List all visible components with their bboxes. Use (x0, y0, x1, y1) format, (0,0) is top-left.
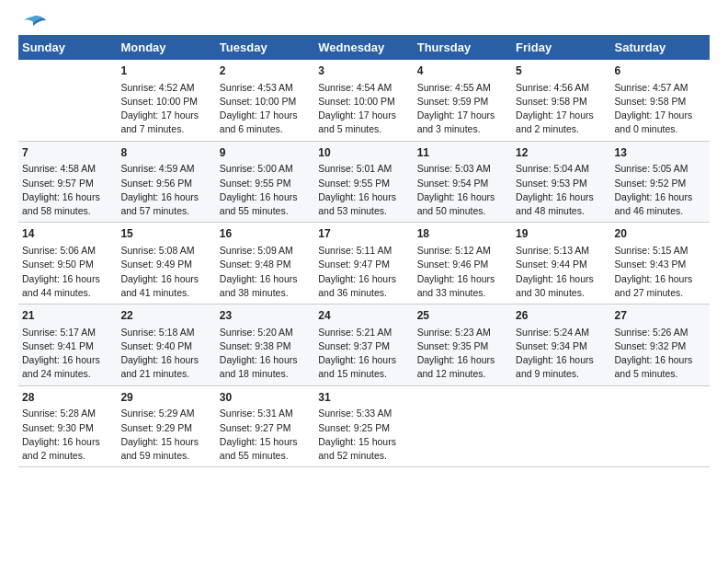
day-content: Sunrise: 5:18 AM Sunset: 9:40 PM Dayligh… (120, 326, 211, 382)
calendar-cell: 25Sunrise: 5:23 AM Sunset: 9:35 PM Dayli… (414, 304, 512, 386)
day-number: 13 (615, 145, 706, 161)
week-row-3: 14Sunrise: 5:06 AM Sunset: 9:50 PM Dayli… (18, 223, 710, 304)
calendar-cell: 30Sunrise: 5:31 AM Sunset: 9:27 PM Dayli… (216, 385, 314, 467)
day-content: Sunrise: 4:52 AM Sunset: 10:00 PM Daylig… (120, 81, 211, 137)
calendar-cell: 24Sunrise: 5:21 AM Sunset: 9:37 PM Dayli… (314, 304, 413, 386)
day-content: Sunrise: 5:23 AM Sunset: 9:35 PM Dayligh… (417, 326, 508, 382)
calendar-header-row: SundayMondayTuesdayWednesdayThursdayFrid… (18, 35, 710, 60)
day-number: 16 (220, 226, 311, 242)
day-content: Sunrise: 5:20 AM Sunset: 9:38 PM Dayligh… (220, 326, 311, 382)
day-number: 25 (417, 308, 508, 324)
day-content: Sunrise: 5:04 AM Sunset: 9:53 PM Dayligh… (516, 162, 607, 218)
day-content: Sunrise: 5:12 AM Sunset: 9:46 PM Dayligh… (417, 244, 508, 300)
header-tuesday: Tuesday (216, 35, 314, 60)
day-number: 28 (22, 390, 113, 406)
calendar-cell (414, 385, 512, 467)
day-number: 17 (318, 226, 409, 242)
calendar-cell: 15Sunrise: 5:08 AM Sunset: 9:49 PM Dayli… (117, 223, 215, 304)
day-number: 7 (22, 145, 113, 161)
day-number: 26 (516, 308, 607, 324)
calendar-cell: 12Sunrise: 5:04 AM Sunset: 9:53 PM Dayli… (512, 141, 610, 223)
day-number: 2 (220, 63, 311, 79)
day-content: Sunrise: 5:24 AM Sunset: 9:34 PM Dayligh… (516, 326, 607, 382)
day-content: Sunrise: 5:28 AM Sunset: 9:30 PM Dayligh… (22, 407, 113, 463)
day-number: 18 (417, 226, 508, 242)
day-content: Sunrise: 5:11 AM Sunset: 9:47 PM Dayligh… (318, 244, 409, 300)
calendar-cell: 17Sunrise: 5:11 AM Sunset: 9:47 PM Dayli… (314, 223, 413, 304)
calendar-cell: 13Sunrise: 5:05 AM Sunset: 9:52 PM Dayli… (611, 141, 710, 223)
header-monday: Monday (117, 35, 215, 60)
day-number: 21 (22, 308, 113, 324)
day-number: 8 (120, 145, 211, 161)
calendar-cell: 29Sunrise: 5:29 AM Sunset: 9:29 PM Dayli… (117, 385, 215, 467)
header-wednesday: Wednesday (314, 35, 413, 60)
logo-bird-icon (20, 15, 46, 31)
day-content: Sunrise: 5:17 AM Sunset: 9:41 PM Dayligh… (22, 326, 113, 382)
day-number: 15 (120, 226, 211, 242)
calendar-cell: 21Sunrise: 5:17 AM Sunset: 9:41 PM Dayli… (18, 304, 117, 386)
calendar-cell: 6Sunrise: 4:57 AM Sunset: 9:58 PM Daylig… (611, 60, 710, 141)
calendar-cell: 27Sunrise: 5:26 AM Sunset: 9:32 PM Dayli… (611, 304, 710, 386)
header-thursday: Thursday (414, 35, 512, 60)
header-saturday: Saturday (611, 35, 710, 60)
day-number: 24 (318, 308, 409, 324)
header-friday: Friday (512, 35, 610, 60)
day-number: 27 (615, 308, 706, 324)
day-number: 10 (318, 145, 409, 161)
calendar-cell: 31Sunrise: 5:33 AM Sunset: 9:25 PM Dayli… (314, 385, 413, 467)
day-content: Sunrise: 5:13 AM Sunset: 9:44 PM Dayligh… (516, 244, 607, 300)
day-number: 22 (120, 308, 211, 324)
day-content: Sunrise: 5:29 AM Sunset: 9:29 PM Dayligh… (120, 407, 211, 463)
day-number: 12 (516, 145, 607, 161)
day-content: Sunrise: 4:55 AM Sunset: 9:59 PM Dayligh… (417, 81, 508, 137)
day-content: Sunrise: 4:57 AM Sunset: 9:58 PM Dayligh… (615, 81, 706, 137)
calendar-cell: 20Sunrise: 5:15 AM Sunset: 9:43 PM Dayli… (611, 223, 710, 304)
calendar-cell: 26Sunrise: 5:24 AM Sunset: 9:34 PM Dayli… (512, 304, 610, 386)
calendar-cell: 5Sunrise: 4:56 AM Sunset: 9:58 PM Daylig… (512, 60, 610, 141)
day-number: 9 (220, 145, 311, 161)
day-number: 19 (516, 226, 607, 242)
calendar-cell (18, 60, 117, 141)
calendar-cell: 8Sunrise: 4:59 AM Sunset: 9:56 PM Daylig… (117, 141, 215, 223)
day-content: Sunrise: 4:56 AM Sunset: 9:58 PM Dayligh… (516, 81, 607, 137)
calendar-cell: 4Sunrise: 4:55 AM Sunset: 9:59 PM Daylig… (414, 60, 512, 141)
calendar-cell: 19Sunrise: 5:13 AM Sunset: 9:44 PM Dayli… (512, 223, 610, 304)
day-content: Sunrise: 4:54 AM Sunset: 10:00 PM Daylig… (318, 81, 409, 137)
day-content: Sunrise: 5:33 AM Sunset: 9:25 PM Dayligh… (318, 407, 409, 463)
day-number: 4 (417, 63, 508, 79)
day-content: Sunrise: 5:06 AM Sunset: 9:50 PM Dayligh… (22, 244, 113, 300)
week-row-5: 28Sunrise: 5:28 AM Sunset: 9:30 PM Dayli… (18, 385, 710, 467)
day-content: Sunrise: 4:53 AM Sunset: 10:00 PM Daylig… (220, 81, 311, 137)
day-content: Sunrise: 5:00 AM Sunset: 9:55 PM Dayligh… (220, 162, 311, 218)
week-row-4: 21Sunrise: 5:17 AM Sunset: 9:41 PM Dayli… (18, 304, 710, 386)
day-number: 6 (615, 63, 706, 79)
calendar-cell: 11Sunrise: 5:03 AM Sunset: 9:54 PM Dayli… (414, 141, 512, 223)
day-content: Sunrise: 4:58 AM Sunset: 9:57 PM Dayligh… (22, 162, 113, 218)
calendar-cell: 22Sunrise: 5:18 AM Sunset: 9:40 PM Dayli… (117, 304, 215, 386)
day-number: 29 (120, 390, 211, 406)
calendar-cell (611, 385, 710, 467)
calendar-cell: 1Sunrise: 4:52 AM Sunset: 10:00 PM Dayli… (117, 60, 215, 141)
calendar-cell: 7Sunrise: 4:58 AM Sunset: 9:57 PM Daylig… (18, 141, 117, 223)
calendar-cell: 16Sunrise: 5:09 AM Sunset: 9:48 PM Dayli… (216, 223, 314, 304)
day-number: 1 (120, 63, 211, 79)
day-number: 31 (318, 390, 409, 406)
calendar-cell (512, 385, 610, 467)
day-number: 5 (516, 63, 607, 79)
calendar-cell: 28Sunrise: 5:28 AM Sunset: 9:30 PM Dayli… (18, 385, 117, 467)
day-content: Sunrise: 5:05 AM Sunset: 9:52 PM Dayligh… (615, 162, 706, 218)
day-content: Sunrise: 5:03 AM Sunset: 9:54 PM Dayligh… (417, 162, 508, 218)
page-header (18, 15, 710, 28)
day-number: 3 (318, 63, 409, 79)
header-sunday: Sunday (18, 35, 117, 60)
day-content: Sunrise: 5:26 AM Sunset: 9:32 PM Dayligh… (615, 326, 706, 382)
day-content: Sunrise: 5:21 AM Sunset: 9:37 PM Dayligh… (318, 326, 409, 382)
calendar-cell: 2Sunrise: 4:53 AM Sunset: 10:00 PM Dayli… (216, 60, 314, 141)
day-content: Sunrise: 5:31 AM Sunset: 9:27 PM Dayligh… (220, 407, 311, 463)
day-content: Sunrise: 5:01 AM Sunset: 9:55 PM Dayligh… (318, 162, 409, 218)
day-number: 11 (417, 145, 508, 161)
calendar-cell: 23Sunrise: 5:20 AM Sunset: 9:38 PM Dayli… (216, 304, 314, 386)
calendar-cell: 9Sunrise: 5:00 AM Sunset: 9:55 PM Daylig… (216, 141, 314, 223)
logo (18, 15, 46, 28)
day-content: Sunrise: 5:08 AM Sunset: 9:49 PM Dayligh… (120, 244, 211, 300)
